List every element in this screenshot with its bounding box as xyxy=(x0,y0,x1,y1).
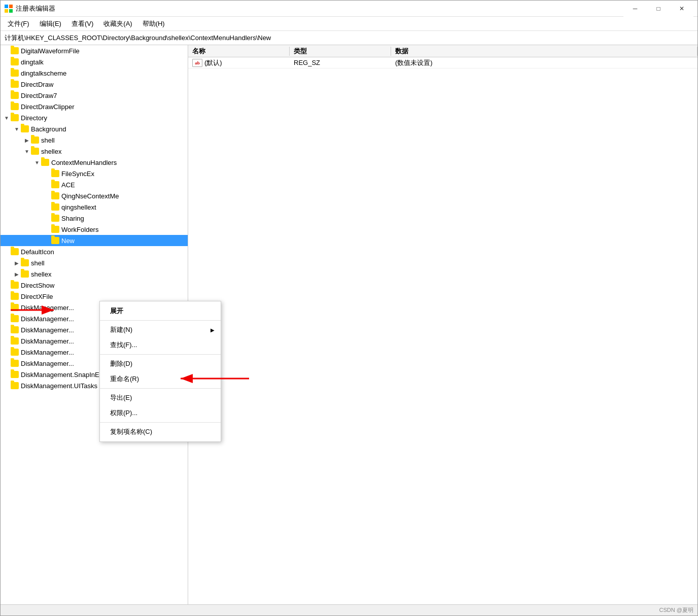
context-menu-item[interactable]: 删除(D) xyxy=(100,356,221,371)
tree-item[interactable]: ▼Background xyxy=(1,123,188,134)
tree-item[interactable]: dingtalk xyxy=(1,56,188,67)
tree-item[interactable]: DefaultIcon xyxy=(1,246,188,257)
tree-item[interactable]: WorkFolders xyxy=(1,224,188,235)
tree-label: ContextMenuHandlers xyxy=(51,159,117,166)
tree-expander[interactable] xyxy=(43,181,51,189)
tree-expander[interactable]: ▶ xyxy=(13,270,21,278)
tree-item[interactable]: dingtalkscheme xyxy=(1,67,188,79)
tree-item[interactable]: DirectDrawClipper xyxy=(1,101,188,112)
tree-item[interactable]: ▼shellex xyxy=(1,146,188,157)
tree-expander[interactable]: ▼ xyxy=(33,158,41,166)
tree-label: New xyxy=(61,237,75,245)
tree-expander[interactable] xyxy=(43,225,51,233)
maximize-button[interactable]: □ xyxy=(647,1,670,17)
tree-label: WorkFolders xyxy=(61,226,98,233)
folder-icon xyxy=(11,360,19,367)
menu-help[interactable]: 帮助(H) xyxy=(137,18,170,30)
tree-expander[interactable] xyxy=(43,214,51,222)
folder-icon xyxy=(41,159,49,166)
tree-item[interactable]: DirectXFile xyxy=(1,291,188,302)
tree-item[interactable]: QingNseContextMe xyxy=(1,190,188,201)
context-menu-item[interactable]: 复制项名称(C) xyxy=(100,424,221,439)
tree-expander[interactable] xyxy=(3,91,11,99)
tree-expander[interactable] xyxy=(43,192,51,200)
tree-item[interactable]: DigitalWaveformFile xyxy=(1,45,188,56)
detail-header: 名称 类型 数据 xyxy=(188,45,697,57)
tree-item[interactable]: New xyxy=(1,235,188,246)
tree-expander[interactable] xyxy=(3,382,11,390)
ab-icon: ab xyxy=(192,59,202,67)
tree-item[interactable]: FileSyncEx xyxy=(1,168,188,179)
tree-item[interactable]: ▶shell xyxy=(1,257,188,268)
tree-expander[interactable]: ▼ xyxy=(23,147,31,155)
context-menu-divider xyxy=(100,354,221,355)
tree-expander[interactable] xyxy=(3,248,11,256)
tree-expander[interactable]: ▼ xyxy=(13,125,21,133)
tree-item[interactable]: DirectDraw7 xyxy=(1,90,188,101)
tree-expander[interactable] xyxy=(3,348,11,356)
folder-icon xyxy=(11,382,19,389)
address-bar[interactable]: 计算机\HKEY_CLASSES_ROOT\Directory\Backgrou… xyxy=(1,31,697,45)
context-menu-item[interactable]: 新建(N)▶ xyxy=(100,322,221,337)
tree-item[interactable]: DirectDraw xyxy=(1,79,188,90)
tree-expander[interactable] xyxy=(3,281,11,289)
col-name: 名称 xyxy=(188,47,290,56)
tree-expander[interactable] xyxy=(43,203,51,211)
minimize-button[interactable]: ─ xyxy=(623,1,647,17)
tree-expander[interactable] xyxy=(43,169,51,178)
svg-rect-2 xyxy=(5,9,8,13)
tree-label: Background xyxy=(31,125,66,133)
folder-icon xyxy=(21,270,29,278)
folder-icon xyxy=(11,337,19,345)
tree-item[interactable]: ACE xyxy=(1,179,188,190)
menu-favorites[interactable]: 收藏夹(A) xyxy=(98,18,137,30)
tree-expander[interactable] xyxy=(3,370,11,379)
tree-label: FileSyncEx xyxy=(61,170,94,178)
tree-expander[interactable] xyxy=(3,292,11,300)
svg-rect-3 xyxy=(9,9,13,13)
tree-expander[interactable]: ▶ xyxy=(13,259,21,267)
tree-expander[interactable] xyxy=(3,102,11,111)
context-menu-item[interactable]: 展开 xyxy=(100,303,221,319)
tree-expander[interactable] xyxy=(3,58,11,66)
tree-expander[interactable] xyxy=(3,80,11,88)
address-text: 计算机\HKEY_CLASSES_ROOT\Directory\Backgrou… xyxy=(5,33,271,43)
tree-item[interactable]: ▼Directory xyxy=(1,112,188,123)
tree-item[interactable]: qingshellext xyxy=(1,201,188,213)
tree-item[interactable]: Sharing xyxy=(1,213,188,224)
tree-expander[interactable] xyxy=(3,315,11,323)
tree-label: DigitalWaveformFile xyxy=(21,47,80,55)
app-icon xyxy=(5,5,13,13)
tree-label: shell xyxy=(41,136,55,144)
context-menu-item[interactable]: 导出(E) xyxy=(100,390,221,405)
menu-file[interactable]: 文件(F) xyxy=(3,18,34,30)
tree-expander[interactable] xyxy=(3,69,11,77)
context-menu-item[interactable]: 权限(P)... xyxy=(100,405,221,421)
tree-expander[interactable] xyxy=(3,303,11,312)
close-button[interactable]: ✕ xyxy=(670,1,693,17)
context-menu-item[interactable]: 查找(F)... xyxy=(100,337,221,353)
tree-expander[interactable] xyxy=(3,359,11,367)
folder-icon xyxy=(51,203,59,211)
detail-pane: 名称 类型 数据 ab(默认)REG_SZ(数值未设置) xyxy=(188,45,697,604)
tree-item[interactable]: ▶shell xyxy=(1,134,188,146)
tree-expander[interactable] xyxy=(3,326,11,334)
tree-expander[interactable]: ▶ xyxy=(23,136,31,144)
tree-expander[interactable] xyxy=(3,337,11,345)
tree-label: shellex xyxy=(41,148,61,155)
menu-view[interactable]: 查看(V) xyxy=(66,18,98,30)
menu-edit[interactable]: 编辑(E) xyxy=(34,18,66,30)
tree-expander[interactable]: ▼ xyxy=(3,114,11,122)
tree-expander[interactable] xyxy=(43,236,51,245)
tree-label: QingNseContextMe xyxy=(61,192,119,200)
folder-icon xyxy=(21,259,29,266)
tree-item[interactable]: DirectShow xyxy=(1,280,188,291)
tree-expander[interactable] xyxy=(3,47,11,55)
context-menu-item[interactable]: 重命名(R) xyxy=(100,371,221,387)
tree-item[interactable]: ▼ContextMenuHandlers xyxy=(1,157,188,168)
detail-row[interactable]: ab(默认)REG_SZ(数值未设置) xyxy=(188,57,697,69)
folder-icon xyxy=(11,92,19,99)
tree-label: DirectDraw7 xyxy=(21,92,57,99)
tree-item[interactable]: ▶shellex xyxy=(1,268,188,280)
menu-bar: 文件(F) 编辑(E) 查看(V) 收藏夹(A) 帮助(H) xyxy=(1,17,697,31)
